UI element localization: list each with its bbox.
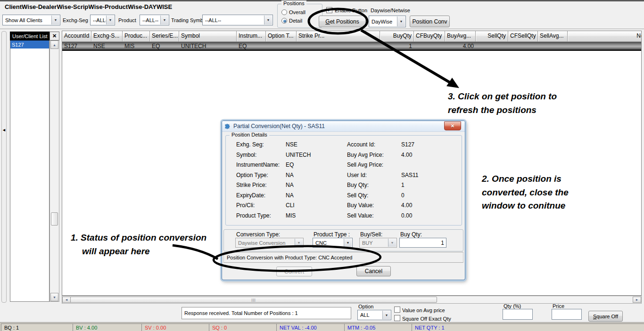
status-sq: SQ : 0	[209, 323, 279, 331]
buy-qty-input[interactable]	[399, 238, 446, 248]
column-header[interactable]: Symbol	[179, 31, 237, 42]
field-value: NA	[286, 182, 294, 188]
price-input[interactable]	[552, 309, 582, 320]
column-header[interactable]: BuyQty	[380, 31, 414, 42]
conversion-type-value: Daywise Conversion	[238, 240, 285, 246]
column-header[interactable]: BuyAvg...	[445, 31, 476, 42]
field-label: Option Type:	[236, 172, 268, 178]
convert-button[interactable]: Convert	[276, 266, 312, 276]
radio-detail[interactable]: Detail	[281, 18, 302, 24]
get-positions-label: Get Positions	[325, 18, 359, 25]
scroll-left-icon: ◄	[65, 298, 68, 301]
collapse-panel-icon[interactable]: ◄	[2, 128, 6, 132]
trading-symbol-dropdown[interactable]: --ALL-- ▼	[202, 15, 273, 25]
scroll-down-icon: ▼	[53, 296, 56, 299]
option-label: Option	[358, 304, 373, 309]
cancel-button[interactable]: Cancel	[356, 266, 391, 276]
field-value: 4.00	[401, 152, 412, 158]
cell-instrument: EQ	[237, 42, 266, 50]
field-label: User Id:	[347, 172, 367, 178]
buy-sell-dropdown[interactable]: BUY ▼	[359, 238, 397, 248]
column-header[interactable]: Net	[568, 31, 642, 42]
conversion-status-message: Position Conversion with Product Type: C…	[223, 252, 463, 263]
page-title: ClientWise-DealerWise-ScripWise-ProductW…	[5, 3, 172, 10]
daywise-netwise-dropdown[interactable]: DayWise ▼	[369, 16, 406, 27]
field-value: NSE	[286, 141, 297, 148]
client-list-scrollbar[interactable]: ▲ ▼	[50, 40, 59, 302]
panel-splitter[interactable]	[1, 31, 7, 303]
option-dropdown[interactable]: ALL ▼	[357, 310, 391, 320]
position-conv-button[interactable]: Position Conv	[410, 16, 450, 27]
field-value: SAS11	[401, 172, 418, 178]
chevron-down-icon: ▼	[160, 16, 168, 24]
checkmark-icon: ✓	[327, 8, 331, 13]
scroll-left-button[interactable]: ◄	[62, 297, 71, 303]
close-icon: ✕	[451, 123, 454, 129]
field-value: 0	[401, 192, 405, 199]
column-header[interactable]: CFBuyQty	[414, 31, 445, 42]
column-header[interactable]: Exchg-S...	[91, 31, 123, 42]
column-header[interactable]: SellQty	[476, 31, 508, 42]
column-header[interactable]: Instrum...	[237, 31, 266, 42]
enable-button-checkbox[interactable]: ✓	[326, 7, 332, 13]
value-on-avg-checkbox[interactable]	[394, 307, 400, 313]
column-header[interactable]: Series/E...	[150, 31, 179, 42]
cell-buyavg: 4.00	[445, 42, 476, 50]
table-horizontal-scrollbar[interactable]: ◄ ||| ►	[62, 296, 642, 304]
client-filter-dropdown[interactable]: Show All Clients ▼	[2, 15, 60, 25]
status-bar: BQ : 1 BV : 4.00 SV : 0.00 SQ : 0 NET VA…	[0, 322, 644, 331]
chevron-down-icon: ▼	[388, 239, 396, 247]
conversion-type-dropdown[interactable]: Daywise Conversion ▼	[235, 238, 304, 248]
dialog-title: Partial Conversion(Net Qty) - SAS11	[233, 123, 325, 129]
column-header[interactable]: AccountId	[62, 31, 91, 42]
close-icon: ✕	[52, 33, 57, 39]
chevron-down-icon: ▼	[397, 16, 405, 26]
dialog-titlebar[interactable]: Partial Conversion(Net Qty) - SAS11	[222, 121, 465, 132]
product-dropdown[interactable]: --ALL-- ▼	[140, 15, 169, 25]
scrollbar-thumb[interactable]: |||	[70, 297, 437, 303]
cell-series: EQ	[150, 42, 179, 50]
radio-detail-label: Detail	[289, 18, 302, 24]
field-label: Exhg. Seg:	[236, 141, 264, 148]
exchg-seg-dropdown[interactable]: --ALL-- ▼	[90, 15, 115, 25]
buy-qty-label: Buy Qty:	[400, 231, 422, 238]
field-label: Pro/Cli:	[236, 202, 255, 209]
window-top-edge	[0, 0, 644, 1]
client-list-header: User/Client List	[10, 32, 50, 40]
scrollbar-thumb[interactable]	[51, 212, 58, 226]
column-header[interactable]: Strike Pr...	[297, 31, 380, 42]
status-netqty: NET QTY : 1	[412, 323, 644, 331]
chevron-down-icon: ▼	[51, 16, 59, 24]
square-off-button[interactable]: Square Off	[588, 311, 623, 322]
radio-overall-circle[interactable]	[281, 9, 287, 15]
field-value: 0.00	[401, 212, 412, 219]
get-positions-button[interactable]: Get Positions	[319, 16, 366, 27]
cell-sellavg	[538, 42, 568, 50]
field-value: NA	[286, 172, 294, 178]
client-list-item[interactable]: S127	[10, 40, 49, 48]
client-list-close-button[interactable]: ✕	[50, 32, 59, 40]
chevron-down-icon: ▼	[264, 16, 272, 24]
product-type-dropdown[interactable]: CNC ▼	[313, 238, 353, 248]
app-root: ClientWise-DealerWise-ScripWise-ProductW…	[0, 0, 644, 331]
scroll-up-button[interactable]: ▲	[50, 40, 58, 49]
column-header[interactable]: Produc...	[123, 31, 150, 42]
scroll-right-button[interactable]: ►	[633, 297, 641, 303]
radio-detail-circle[interactable]	[281, 18, 287, 24]
column-header[interactable]: CFSellQty	[508, 31, 538, 42]
field-value: 1	[401, 182, 405, 188]
column-header[interactable]: SellAvg...	[538, 31, 568, 42]
dialog-close-button[interactable]: ✕	[444, 121, 461, 130]
field-value: S127	[401, 141, 414, 148]
table-row[interactable]: S127 NSE MIS EQ UNITECH EQ 1 4.00	[62, 42, 642, 51]
cell-symbol: UNITECH	[179, 42, 237, 50]
position-conv-label: Position Conv	[412, 18, 447, 25]
column-header[interactable]: Option T...	[266, 31, 297, 42]
toolbar-separator	[0, 29, 644, 30]
field-value: NA	[286, 192, 294, 199]
radio-overall[interactable]: Overall	[281, 9, 305, 15]
scroll-down-button[interactable]: ▼	[50, 293, 58, 301]
qty-percent-input[interactable]	[503, 309, 533, 320]
scroll-up-icon: ▲	[53, 43, 56, 47]
square-off-exact-checkbox[interactable]	[394, 315, 400, 321]
